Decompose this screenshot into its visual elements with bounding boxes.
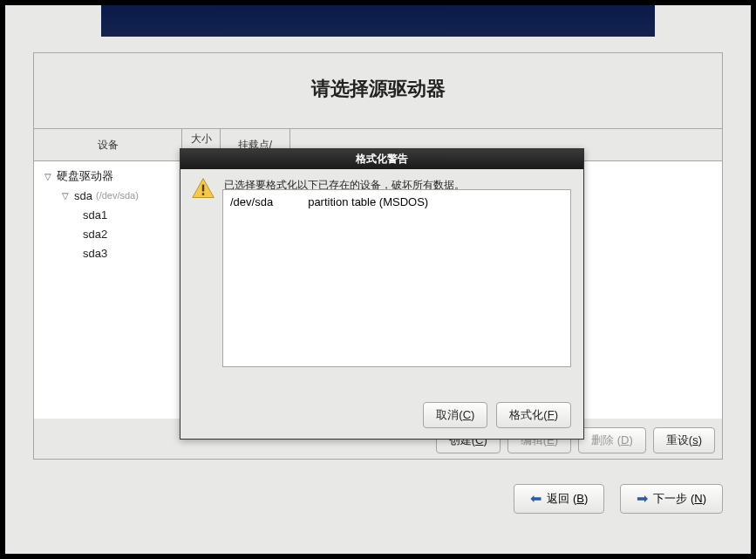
warning-icon (191, 176, 215, 201)
page-title: 请选择源驱动器 (34, 53, 722, 123)
list-item[interactable]: /dev/sda partition table (MSDOS) (230, 195, 563, 208)
cancel-button[interactable]: 取消(C) (423, 402, 487, 428)
dialog-title: 格式化警告 (180, 149, 583, 169)
expander-icon[interactable]: ▽ (44, 172, 57, 181)
installer-window: 请选择源驱动器 设备 大小 (M 挂载点/ ▽ 硬盘驱动器 ▽ (5, 5, 751, 554)
nav-bar: ⬅ 返回 (B) ➡ 下一步 (N) (5, 484, 751, 514)
list-desc: partition table (MSDOS) (308, 195, 428, 208)
root-label: 硬盘驱动器 (57, 168, 113, 184)
expander-icon[interactable]: ▽ (62, 191, 74, 201)
arrow-left-icon: ⬅ (530, 492, 541, 506)
sda-hint: (/dev/sda) (96, 190, 139, 201)
svg-rect-1 (202, 193, 204, 195)
svg-rect-0 (202, 185, 204, 192)
delete-button: 删除 (D) (578, 427, 646, 453)
dialog-list[interactable]: /dev/sda partition table (MSDOS) (222, 189, 571, 367)
arrow-right-icon: ➡ (637, 492, 648, 506)
dialog-actions: 取消(C) 格式化(F) (423, 402, 571, 428)
header-banner (101, 5, 655, 37)
format-warning-dialog: 格式化警告 已选择要格式化以下已存在的设备，破坏所有数据。 /dev/sda p… (180, 148, 584, 440)
reset-button[interactable]: 重设(s) (653, 427, 715, 453)
col-device[interactable]: 设备 (34, 129, 182, 160)
back-button[interactable]: ⬅ 返回 (B) (514, 484, 604, 514)
format-button[interactable]: 格式化(F) (496, 402, 571, 428)
sda-label: sda (74, 189, 92, 202)
list-device: /dev/sda (230, 195, 273, 208)
next-button[interactable]: ➡ 下一步 (N) (620, 484, 723, 514)
